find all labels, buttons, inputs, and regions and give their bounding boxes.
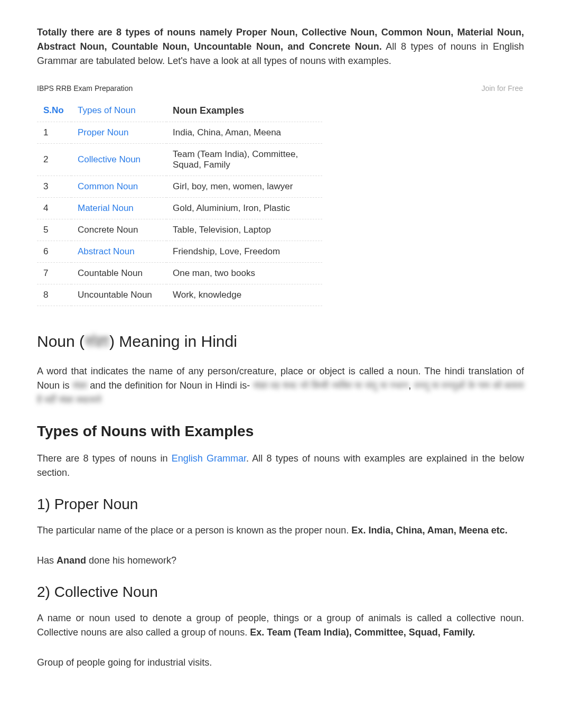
hindi-para: A word that indicates the name of any pe… xyxy=(37,364,524,407)
table-body: 1Proper NounIndia, China, Aman, Meena2Co… xyxy=(37,122,322,306)
proper-noun-pre: The particular name of the place or a pe… xyxy=(37,525,351,536)
collective-bold: Ex. Team (Team India), Committee, Squad,… xyxy=(250,627,475,638)
cell-examples: Gold, Aluminium, Iron, Plastic xyxy=(166,197,322,219)
cell-sno: 7 xyxy=(37,262,71,284)
proper-sentence-pre: Has xyxy=(37,555,57,566)
table-row: 6Abstract NounFriendship, Love, Freedom xyxy=(37,241,322,262)
cell-type[interactable]: Material Noun xyxy=(71,197,166,219)
table-header-row: S.No Types of Noun Noun Examples xyxy=(37,100,322,122)
type-header-text: Types of Noun xyxy=(78,105,136,116)
cell-examples: Friendship, Love, Freedom xyxy=(166,241,322,262)
collective-noun-para: A name or noun used to denote a group of… xyxy=(37,611,524,640)
table-row: 2Collective NounTeam (Team India), Commi… xyxy=(37,143,322,176)
noun-type-link[interactable]: Collective Noun xyxy=(78,154,141,164)
noun-table-wrapper: IBPS RRB Exam Preparation Join for Free … xyxy=(37,84,322,306)
cell-type: Concrete Noun xyxy=(71,219,166,241)
proper-noun-bold: Ex. India, China, Aman, Meena etc. xyxy=(351,525,507,536)
cell-type: Uncountable Noun xyxy=(71,284,166,306)
cell-examples: India, China, Aman, Meena xyxy=(166,122,322,143)
cell-sno: 6 xyxy=(37,241,71,262)
proper-noun-sentence: Has Anand done his homework? xyxy=(37,554,524,568)
table-row: 1Proper NounIndia, China, Aman, Meena xyxy=(37,122,322,143)
hindi-blur2: संज्ञा वह शब्द जो किसी व्यक्ति या जंतु य… xyxy=(253,380,409,391)
proper-noun-para: The particular name of the place or a pe… xyxy=(37,523,524,538)
noun-type-link[interactable]: Common Noun xyxy=(78,181,138,191)
table-row: 8Uncountable NounWork, knowledge xyxy=(37,284,322,306)
cell-examples: Girl, boy, men, women, lawyer xyxy=(166,176,322,197)
cell-type[interactable]: Proper Noun xyxy=(71,122,166,143)
collective-sentence: Group of people going for industrial vis… xyxy=(37,656,524,670)
hindi-para-mid: and the definition for Noun in Hindi is- xyxy=(87,380,253,391)
types-heading: Types of Nouns with Examples xyxy=(37,423,524,440)
floating-header: IBPS RRB Exam Preparation Join for Free xyxy=(37,84,322,100)
hindi-blur1: संज्ञा xyxy=(72,380,87,391)
cell-type: Countable Noun xyxy=(71,262,166,284)
cell-sno: 8 xyxy=(37,284,71,306)
cell-type[interactable]: Collective Noun xyxy=(71,143,166,176)
hindi-heading-pre: Noun ( xyxy=(37,333,85,350)
join-free-link[interactable]: Join for Free xyxy=(481,84,523,93)
cell-sno: 2 xyxy=(37,143,71,176)
cell-examples: One man, two books xyxy=(166,262,322,284)
cell-sno: 1 xyxy=(37,122,71,143)
english-grammar-link[interactable]: English Grammar xyxy=(172,453,246,464)
hindi-heading-post: ) Meaning in Hindi xyxy=(109,333,237,350)
noun-type-link[interactable]: Abstract Noun xyxy=(78,246,135,256)
cell-sno: 3 xyxy=(37,176,71,197)
proper-sentence-bold: Anand xyxy=(57,555,86,566)
cell-examples: Team (Team India), Committee, Squad, Fam… xyxy=(166,143,322,176)
hindi-comma: , xyxy=(408,380,414,391)
cell-sno: 5 xyxy=(37,219,71,241)
proper-sentence-post: done his homework? xyxy=(86,555,176,566)
document-content: Totally there are 8 types of nouns namel… xyxy=(0,0,561,717)
noun-types-table: S.No Types of Noun Noun Examples 1Proper… xyxy=(37,100,322,306)
table-row: 7Countable NounOne man, two books xyxy=(37,262,322,284)
cell-type[interactable]: Common Noun xyxy=(71,176,166,197)
sno-header-text: S.No xyxy=(43,105,64,116)
header-breadcrumb[interactable]: IBPS RRB Exam Preparation xyxy=(37,84,133,93)
header-examples: Noun Examples xyxy=(166,100,322,122)
collective-noun-heading: 2) Collective Noun xyxy=(37,584,524,601)
table-row: 4Material NounGold, Aluminium, Iron, Pla… xyxy=(37,197,322,219)
table-row: 5Concrete NounTable, Television, Laptop xyxy=(37,219,322,241)
hindi-heading-blur: संज्ञा xyxy=(85,333,109,350)
header-type: Types of Noun xyxy=(71,100,166,122)
cell-examples: Work, knowledge xyxy=(166,284,322,306)
header-sno: S.No xyxy=(37,100,71,122)
cell-type[interactable]: Abstract Noun xyxy=(71,241,166,262)
table-row: 3Common NounGirl, boy, men, women, lawye… xyxy=(37,176,322,197)
noun-type-link[interactable]: Proper Noun xyxy=(78,127,128,137)
intro-bold2: Countable Noun, Uncountable Noun, and Co… xyxy=(107,41,382,52)
types-para-pre: There are 8 types of nouns in xyxy=(37,453,172,464)
cell-sno: 4 xyxy=(37,197,71,219)
proper-noun-heading: 1) Proper Noun xyxy=(37,496,524,513)
types-para: There are 8 types of nouns in English Gr… xyxy=(37,451,524,480)
hindi-heading: Noun (संज्ञा) Meaning in Hindi xyxy=(37,333,524,351)
intro-paragraph: Totally there are 8 types of nouns namel… xyxy=(37,25,524,68)
cell-examples: Table, Television, Laptop xyxy=(166,219,322,241)
noun-type-link[interactable]: Material Noun xyxy=(78,203,134,213)
